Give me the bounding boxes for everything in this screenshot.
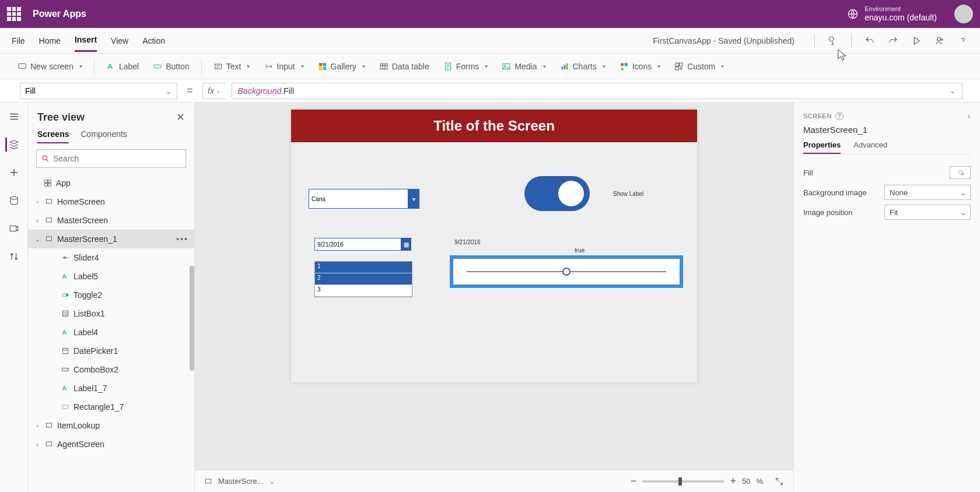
status-screen-select[interactable]: MasterScre...	[218, 477, 263, 486]
environment-picker[interactable]: Environment enayu.com (default)	[847, 5, 937, 23]
new-screen-button[interactable]: New screen	[12, 58, 88, 75]
help-icon[interactable]	[958, 36, 968, 46]
button-button[interactable]: Button	[147, 58, 195, 75]
tree-item-rectangle17[interactable]: Rectangle1_7	[28, 398, 194, 416]
canvas-date-label: 9/21/2016	[454, 239, 481, 245]
icons-button[interactable]: Icons	[614, 58, 666, 75]
imgpos-dropdown[interactable]: Fit	[884, 205, 971, 220]
tree-item-masterscreen1[interactable]: ⌄MasterScreen_1•••	[28, 230, 194, 248]
canvas-screen[interactable]: Title of the Screen Cana ▾ Show Label 9/…	[291, 110, 697, 382]
user-avatar[interactable]	[954, 5, 973, 23]
menu-action[interactable]: Action	[142, 30, 165, 51]
checker-icon[interactable]	[828, 36, 838, 46]
svg-rect-27	[45, 184, 48, 187]
tree-scrollbar[interactable]	[190, 266, 194, 371]
tree-item-masterscreen[interactable]: ›MasterScreen	[28, 211, 194, 230]
input-button[interactable]: Input	[258, 58, 309, 75]
prop-bgimage-label: Background image	[803, 188, 866, 197]
tree-item-combobox2[interactable]: ComboBox2	[28, 360, 194, 379]
list-item[interactable]: 3	[315, 285, 412, 297]
tree-item-label4[interactable]: Label4	[28, 323, 194, 342]
list-item[interactable]: 2	[315, 273, 412, 285]
tree-search[interactable]	[36, 149, 186, 168]
fill-swatch[interactable]	[950, 166, 971, 179]
menu-view[interactable]: View	[111, 30, 128, 51]
custom-button[interactable]: Custom	[668, 58, 730, 75]
info-icon[interactable]: ?	[835, 112, 844, 120]
charts-button[interactable]: Charts	[554, 58, 611, 75]
data-rail-icon[interactable]	[7, 194, 21, 208]
zoom-unit: %	[756, 477, 763, 486]
zoom-out-button[interactable]: −	[631, 475, 637, 487]
tree-item-app[interactable]: App	[28, 174, 194, 192]
media-rail-icon[interactable]	[7, 222, 21, 236]
formula-input[interactable]: Background.Fill	[232, 83, 963, 99]
zoom-slider[interactable]	[642, 480, 724, 483]
tree-item-homescreen[interactable]: ›HomeScreen	[28, 192, 194, 211]
waffle-icon[interactable]	[7, 7, 21, 21]
chevron-down-icon[interactable]: ⌄	[269, 477, 275, 486]
slider-thumb[interactable]	[562, 268, 570, 276]
svg-rect-28	[48, 184, 51, 187]
zoom-in-button[interactable]: +	[730, 475, 736, 487]
screen-title-bar[interactable]: Title of the Screen	[291, 110, 697, 142]
svg-rect-25	[45, 180, 48, 183]
play-icon[interactable]	[911, 36, 922, 46]
label-button[interactable]: Label	[100, 58, 145, 75]
svg-rect-6	[319, 63, 322, 66]
tree-item-listbox1[interactable]: ListBox1	[28, 304, 194, 323]
tree-item-toggle2[interactable]: Toggle2	[28, 286, 194, 304]
list-item[interactable]: 1	[315, 262, 412, 273]
svg-point-1	[829, 37, 834, 41]
text-button[interactable]: Text	[208, 58, 256, 75]
calendar-icon[interactable]: ▦	[401, 238, 411, 251]
share-icon[interactable]	[935, 36, 945, 46]
more-icon[interactable]: •••	[176, 234, 188, 244]
canvas-slider-selected[interactable]	[450, 255, 683, 288]
close-tree-icon[interactable]: ✕	[176, 111, 185, 124]
tab-advanced[interactable]: Advanced	[853, 140, 887, 154]
menu-insert[interactable]: Insert	[75, 29, 97, 52]
tab-properties[interactable]: Properties	[803, 140, 841, 154]
canvas-show-label: Show Label	[613, 191, 643, 197]
screen-icon	[44, 234, 54, 244]
data-table-button[interactable]: Data table	[373, 58, 435, 75]
menu-home[interactable]: Home	[39, 30, 61, 51]
bgimage-dropdown[interactable]: None	[884, 185, 971, 200]
gallery-button[interactable]: Gallery	[312, 58, 371, 75]
tree-item-agentscreen[interactable]: ›AgentScreen	[28, 435, 194, 454]
undo-icon[interactable]	[864, 36, 875, 46]
hamburger-icon[interactable]	[7, 110, 21, 124]
insert-rail-icon[interactable]	[7, 166, 21, 180]
props-screen-name: MasterScreen_1	[803, 125, 971, 135]
forms-button[interactable]: Forms	[438, 58, 494, 75]
canvas-datepicker[interactable]: 9/21/2016 ▦	[314, 238, 411, 251]
combobox-icon	[61, 365, 70, 374]
search-input[interactable]	[53, 154, 181, 163]
cursor-icon	[838, 49, 847, 61]
canvas-listbox[interactable]: 1 2 3	[314, 261, 412, 297]
redo-icon[interactable]	[888, 36, 898, 46]
chevron-down-icon[interactable]: ▾	[408, 189, 419, 209]
tree-item-label17[interactable]: Label1_7	[28, 379, 194, 398]
tree-title: Tree view	[37, 111, 85, 124]
tab-screens[interactable]: Screens	[37, 129, 69, 143]
property-select[interactable]: Fill	[20, 83, 177, 99]
menu-file[interactable]: File	[12, 30, 25, 51]
tools-rail-icon[interactable]	[7, 249, 21, 263]
fx-button[interactable]: fx	[202, 83, 226, 99]
media-button[interactable]: Media	[496, 58, 551, 75]
canvas-toggle[interactable]	[524, 176, 590, 211]
tree-item-itemlookup[interactable]: ›ItemLookup	[28, 416, 194, 435]
tree-item-label5[interactable]: Label5	[28, 267, 194, 286]
fit-screen-icon[interactable]	[775, 477, 784, 486]
tree-item-datepicker1[interactable]: DatePicker1	[28, 342, 194, 360]
tree-view-icon[interactable]	[5, 138, 19, 152]
svg-rect-41	[205, 479, 211, 483]
expand-props-icon[interactable]: ›	[967, 111, 971, 121]
tree-item-slider4[interactable]: Slider4	[28, 248, 194, 267]
svg-rect-21	[676, 66, 678, 69]
tab-components[interactable]: Components	[80, 129, 127, 143]
canvas-combobox[interactable]: Cana ▾	[309, 189, 419, 209]
svg-rect-5	[215, 64, 221, 69]
